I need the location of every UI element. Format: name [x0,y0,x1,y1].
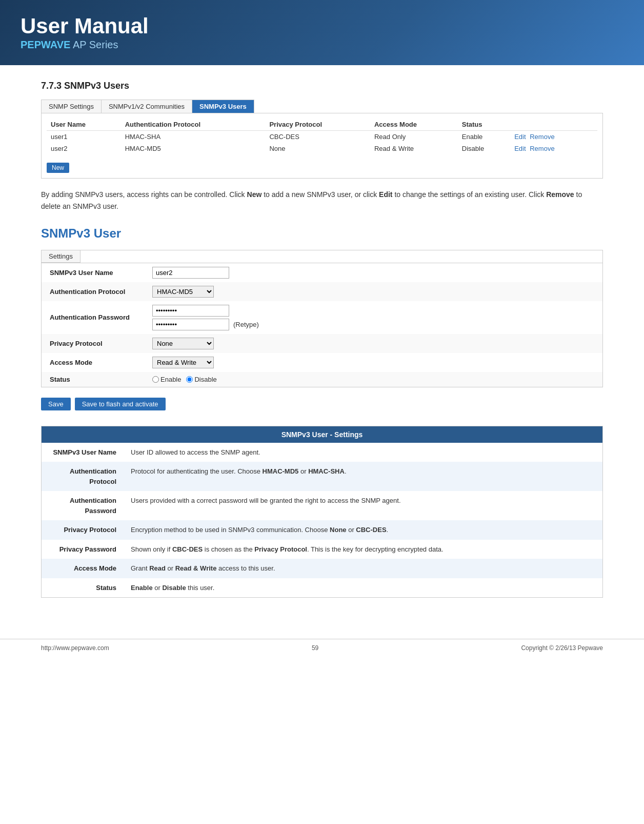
footer-url: http://www.pepwave.com [41,644,109,652]
col-username: User Name [47,119,121,131]
status-disable-radio[interactable] [186,376,193,383]
label-auth-protocol: Authentication Protocol [42,282,144,301]
desc-row-privacy-password: Privacy Password Shown only if CBC-DES i… [42,540,602,559]
field-access-mode: Read Only Read & Write [144,353,549,372]
field-status: Enable Disable [144,372,549,387]
section-heading: 7.7.3 SNMPv3 Users [41,81,603,91]
field-auth-password: (Retype) [144,301,549,334]
desc-text-privacy-protocol: Encryption method to be used in SNMPv3 c… [124,520,602,540]
desc-table-header: SNMPv3 User - Settings [42,426,602,443]
col-auth-protocol: Authentication Protocol [121,119,266,131]
save-activate-button[interactable]: Save to flash and activate [75,398,166,410]
status-disable-option[interactable]: Disable [186,376,216,383]
field-username [144,263,549,282]
user2-privacy: None [265,143,370,154]
auth-password-input[interactable] [152,305,229,317]
tab-snmp-settings[interactable]: SNMP Settings [42,100,102,113]
desc-label-auth-protocol: AuthenticationProtocol [42,462,124,491]
user1-edit-button[interactable]: Edit [514,133,526,141]
user1-privacy: CBC-DES [265,131,370,143]
form-row-username: SNMPv3 User Name [42,263,602,282]
desc-text-username: User ID allowed to access the SNMP agent… [124,443,602,462]
form-row-auth-protocol: Authentication Protocol HMAC-MD5 HMAC-SH… [42,282,602,301]
save-button[interactable]: Save [41,398,71,410]
user1-remove-button[interactable]: Remove [530,133,554,141]
header-brand: PEPWAVE [21,39,70,50]
snmp-users-panel: SNMP Settings SNMPv1/v2 Communities SNMP… [41,100,603,179]
page-header: User Manual PEPWAVE AP Series [0,0,644,65]
user2-auth: HMAC-MD5 [121,143,266,154]
desc-row-username: SNMPv3 User Name User ID allowed to acce… [42,443,602,462]
user1-auth: HMAC-SHA [121,131,266,143]
status-radio-group: Enable Disable [152,376,540,383]
table-row: user2 HMAC-MD5 None Read & Write Disable… [47,143,597,154]
auth-password-retype-input[interactable] [152,319,229,330]
users-table: User Name Authentication Protocol Privac… [47,119,597,154]
main-content: 7.7.3 SNMPv3 Users SNMP Settings SNMPv1/… [0,65,644,629]
desc-label-status: Status [42,578,124,598]
desc-row-auth-password: AuthenticationPassword Users provided wi… [42,491,602,520]
user1-name: user1 [47,131,121,143]
label-privacy-protocol: Privacy Protocol [42,334,144,353]
header-subtitle: PEPWAVE AP Series [21,39,623,51]
new-user-button[interactable]: New [47,163,69,173]
footer-copyright: Copyright © 2/26/13 Pepwave [521,644,603,652]
desc-label-privacy-password: Privacy Password [42,540,124,559]
header-title: User Manual [21,14,623,38]
label-status: Status [42,372,144,387]
desc-text-access-mode: Grant Read or Read & Write access to thi… [124,559,602,578]
user2-status: Disable [458,143,510,154]
col-actions [510,119,597,131]
desc-row-privacy-protocol: Privacy Protocol Encryption method to be… [42,520,602,540]
desc-table: SNMPv3 User Name User ID allowed to acce… [42,443,602,598]
desc-text-auth-password: Users provided with a correct password w… [124,491,602,520]
desc-text-auth-protocol: Protocol for authenticating the user. Ch… [124,462,602,491]
form-row-access-mode: Access Mode Read Only Read & Write [42,353,602,372]
label-auth-password: Authentication Password [42,301,144,334]
settings-tab-label[interactable]: Settings [42,250,80,263]
desc-row-status: Status Enable or Disable this user. [42,578,602,598]
status-enable-option[interactable]: Enable [152,376,181,383]
access-mode-select[interactable]: Read Only Read & Write [152,357,214,368]
footer-page-number: 59 [312,644,318,652]
desc-label-auth-password: AuthenticationPassword [42,491,124,520]
user1-access: Read Only [370,131,458,143]
user2-access: Read & Write [370,143,458,154]
status-enable-radio[interactable] [152,376,159,383]
form-row-status: Status Enable Disable [42,372,602,387]
label-username: SNMPv3 User Name [42,263,144,282]
desc-row-access-mode: Access Mode Grant Read or Read & Write a… [42,559,602,578]
col-status: Status [458,119,510,131]
user2-remove-button[interactable]: Remove [530,145,554,152]
form-row-privacy-protocol: Privacy Protocol None CBC-DES [42,334,602,353]
tab-snmpv1v2[interactable]: SNMPv1/v2 Communities [102,100,192,113]
desc-table-container: SNMPv3 User - Settings SNMPv3 User Name … [41,426,603,598]
field-privacy-protocol: None CBC-DES [144,334,549,353]
user2-name: user2 [47,143,121,154]
header-subtitle-rest: AP Series [70,39,118,50]
tab-snmpv3-users[interactable]: SNMPv3 Users [192,100,254,113]
users-table-container: User Name Authentication Protocol Privac… [41,113,603,179]
settings-form-table: SNMPv3 User Name Authentication Protocol… [42,263,602,387]
auth-protocol-select[interactable]: HMAC-MD5 HMAC-SHA [152,286,214,298]
desc-label-access-mode: Access Mode [42,559,124,578]
label-access-mode: Access Mode [42,353,144,372]
description-text: By adding SNMPv3 users, access rights ca… [41,189,603,212]
desc-text-privacy-password: Shown only if CBC-DES is chosen as the P… [124,540,602,559]
user1-status: Enable [458,131,510,143]
field-auth-protocol: HMAC-MD5 HMAC-SHA [144,282,549,301]
user2-edit-button[interactable]: Edit [514,145,526,152]
privacy-protocol-select[interactable]: None CBC-DES [152,338,214,349]
settings-form-box: Settings SNMPv3 User Name Authentication… [41,250,603,387]
form-row-auth-password: Authentication Password (Retype) [42,301,602,334]
user1-actions: Edit Remove [510,131,597,143]
desc-label-privacy-protocol: Privacy Protocol [42,520,124,540]
username-input[interactable] [152,267,229,279]
page-footer: http://www.pepwave.com 59 Copyright © 2/… [0,639,644,657]
desc-text-status: Enable or Disable this user. [124,578,602,598]
col-privacy-protocol: Privacy Protocol [265,119,370,131]
tab-bar: SNMP Settings SNMPv1/v2 Communities SNMP… [41,100,254,113]
table-row: user1 HMAC-SHA CBC-DES Read Only Enable … [47,131,597,143]
retype-label: (Retype) [233,321,259,328]
col-access-mode: Access Mode [370,119,458,131]
